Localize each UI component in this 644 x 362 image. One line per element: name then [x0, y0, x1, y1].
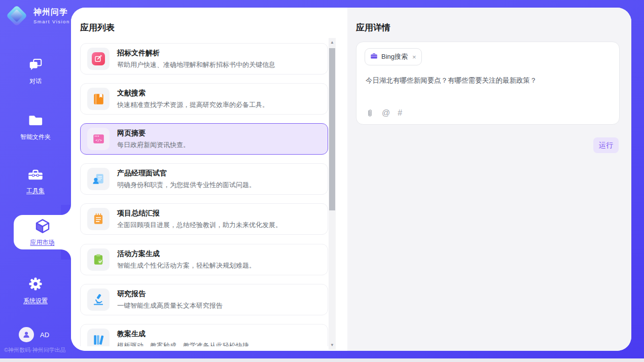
app-card-pm-interviewer[interactable]: 产品经理面试官 明确身份和职责，为您提供专业性的面试问题。: [80, 163, 328, 195]
toolbox-icon: [27, 167, 44, 184]
folder-icon: [28, 113, 43, 130]
sidebar-item-label: 工具集: [26, 187, 45, 195]
sidebar-item-settings[interactable]: 系统设置: [0, 276, 71, 305]
sidebar: 神州问学 Smart Vision 对话 智能文件夹: [0, 0, 71, 358]
sidebar-item-app-market[interactable]: 应用市场: [14, 215, 71, 249]
browser-icon: </>: [87, 128, 110, 150]
app-desc: 全面回顾项目进展，总结经验教训，助力未来优化发展。: [117, 221, 282, 230]
app-list-title: 应用列表: [80, 22, 115, 33]
app-card-literature-search[interactable]: 文献搜索 快速精准查找学术资源，提高研究效率的必备工具。: [80, 83, 328, 115]
app-name: 产品经理面试官: [117, 169, 256, 178]
composer-card: Bing搜索 × 今日湖北有哪些新闻要点？有哪些需要关注的最新政策？ @ #: [356, 42, 620, 125]
mention-icon[interactable]: @: [382, 108, 390, 118]
app-name: 项目总结汇报: [117, 209, 282, 218]
user-account[interactable]: AD: [19, 327, 49, 342]
paperclip-icon[interactable]: [366, 109, 374, 118]
app-desc: 明确身份和职责，为您提供专业性的面试问题。: [117, 180, 256, 190]
briefcase-icon: [370, 52, 378, 62]
bubble-notch-top: [61, 205, 71, 215]
brand-name: 神州问学: [33, 7, 70, 18]
interviewer-icon: [87, 168, 110, 190]
notepad-icon: [87, 208, 110, 230]
app-desc: 每日政府新闻资讯快查。: [117, 140, 190, 150]
svg-text:</>: </>: [95, 138, 102, 142]
run-button[interactable]: 运行: [593, 137, 619, 153]
brand: 神州问学 Smart Vision: [6, 5, 70, 26]
app-name: 活动方案生成: [117, 249, 256, 259]
tool-chip-bing-search[interactable]: Bing搜索 ×: [365, 48, 422, 65]
microscope-icon: [87, 288, 110, 311]
app-card-research-report[interactable]: 研究报告 一键智能生成高质量长文本研究报告: [80, 284, 328, 315]
bubble-notch-bottom: [61, 249, 71, 260]
app-card-web-summary[interactable]: </> 网页摘要 每日政府新闻资讯快查。: [80, 123, 328, 155]
scrollbar-thumb[interactable]: [329, 48, 335, 210]
sidebar-item-smart-folder[interactable]: 智能文件夹: [0, 113, 71, 141]
copyright-footer: ©神州数码·神州问学出品: [4, 346, 66, 354]
avatar: [19, 327, 34, 342]
app-desc: 帮助用户快速、准确地理解和解析招标书中的关键信息: [117, 60, 275, 69]
brand-subtitle: Smart Vision: [33, 19, 70, 24]
chat-icon: [28, 57, 43, 74]
app-detail-title: 应用详情: [356, 22, 390, 33]
app-name: 招标文件解析: [117, 49, 275, 58]
clipboard-check-icon: [87, 248, 110, 271]
app-desc: 智能生成个性化活动方案，轻松解决规划难题。: [117, 261, 256, 270]
book-icon: [87, 88, 110, 110]
hashtag-icon[interactable]: #: [398, 108, 402, 118]
sidebar-item-label: 智能文件夹: [20, 133, 51, 141]
main-content: 应用列表 招标文件解析 帮助用户快速、准确地理解和解析招标书中的关键信息: [71, 8, 631, 351]
sidebar-item-label: 应用市场: [30, 238, 55, 247]
sidebar-item-label: 对话: [29, 77, 42, 86]
app-desc: 一键智能生成高质量长文本研究报告: [117, 301, 223, 310]
scrollbar-down-icon[interactable]: ▼: [329, 342, 336, 349]
query-input[interactable]: 今日湖北有哪些新闻要点？有哪些需要关注的最新政策？: [366, 76, 609, 86]
app-list-panel: 应用列表 招标文件解析 帮助用户快速、准确地理解和解析招标书中的关键信息: [71, 8, 347, 351]
app-desc: 模板驱动，教案秒成，教学准备从此轻松快捷: [117, 341, 249, 347]
user-initials: AD: [40, 331, 49, 339]
app-name: 文献搜索: [117, 89, 269, 98]
app-list-scroll-area: 招标文件解析 帮助用户快速、准确地理解和解析招标书中的关键信息 文献搜索 快速精…: [71, 38, 347, 346]
app-card-bid-document-analysis[interactable]: 招标文件解析 帮助用户快速、准确地理解和解析招标书中的关键信息: [80, 43, 328, 75]
app-card-lesson-plan[interactable]: 教案生成 模板驱动，教案秒成，教学准备从此轻松快捷: [80, 324, 328, 346]
sidebar-item-chat[interactable]: 对话: [0, 57, 71, 86]
sidebar-item-toolset[interactable]: 工具集: [0, 167, 71, 195]
app-card-event-plan[interactable]: 活动方案生成 智能生成个性化活动方案，轻松解决规划难题。: [80, 244, 328, 275]
pen-square-icon: [87, 48, 110, 70]
app-name: 网页摘要: [117, 129, 190, 138]
app-list-scrollbar[interactable]: ▲ ▼: [329, 38, 336, 350]
app-card-project-summary[interactable]: 项目总结汇报 全面回顾项目进展，总结经验教训，助力未来优化发展。: [80, 203, 328, 235]
app-name: 教案生成: [117, 330, 249, 339]
app-desc: 快速精准查找学术资源，提高研究效率的必备工具。: [117, 100, 269, 110]
books-icon: [87, 329, 110, 346]
brand-logo-icon: [6, 5, 27, 26]
bottom-strip: [0, 358, 644, 362]
composer-toolbar: @ #: [366, 108, 402, 118]
cube-icon: [34, 218, 51, 236]
app-detail-panel: 应用详情 Bing搜索 × 今日湖北有哪些新闻要点？有哪些需要关注的最新政策？: [347, 8, 631, 351]
gear-icon: [28, 276, 43, 294]
tool-chip-label: Bing搜索: [381, 52, 408, 61]
scrollbar-up-icon[interactable]: ▲: [329, 39, 336, 46]
sidebar-item-label: 系统设置: [23, 297, 48, 305]
app-name: 研究报告: [117, 289, 223, 299]
chip-close-icon[interactable]: ×: [412, 53, 416, 61]
